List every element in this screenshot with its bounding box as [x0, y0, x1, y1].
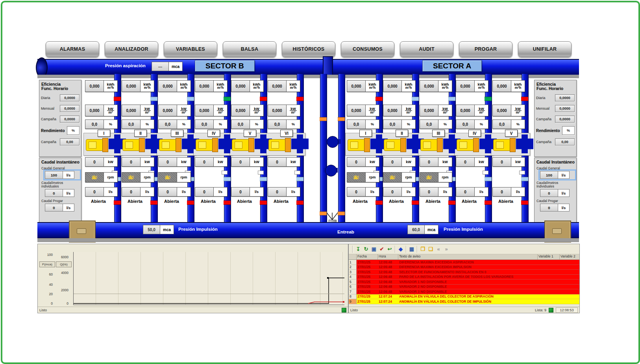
flow-value[interactable]: 0 [347, 187, 366, 197]
power-box[interactable]: 0 kW [420, 157, 452, 167]
specific-power-value[interactable]: 0,000 [347, 105, 366, 116]
nav-button[interactable]: AUDIT [400, 41, 453, 57]
motor-icon[interactable] [86, 139, 103, 151]
nav-button[interactable]: BALSA [223, 41, 276, 57]
specific-power-value[interactable]: 0,000 [420, 105, 438, 116]
filter-icon[interactable]: ◆ [397, 245, 405, 253]
pump-number-tag[interactable]: V [505, 130, 518, 137]
alarm-row[interactable]: 5 27/01/25 12:06:48 VARIADOR 1 NO DISPON… [349, 279, 579, 285]
specific-energy-box[interactable]: 0,000 kWhm³h [420, 80, 452, 92]
col-hora[interactable]: Hora [378, 254, 398, 259]
return-icon[interactable]: ↩ [386, 245, 394, 253]
note-icon[interactable]: ❏ [427, 245, 435, 253]
nav-button[interactable]: VARIABLES [164, 41, 217, 57]
col-variable2[interactable]: Variable 2 [560, 254, 579, 259]
refresh-icon[interactable]: ↻ [362, 245, 370, 253]
alarm-row-number[interactable]: 1 [349, 260, 357, 265]
flow-box[interactable]: 0 l/s [347, 187, 379, 197]
power-value[interactable]: 0 [456, 157, 475, 167]
alarm-row[interactable]: 7 27/01/25 12:06:48 VARIADOR 3 NO DISPON… [349, 289, 579, 294]
impulsion-pressure-box-left[interactable]: 50,0 mca [143, 225, 174, 234]
motor-icon[interactable] [348, 139, 365, 151]
specific-power-box[interactable]: 0,000 kWm² [383, 105, 416, 116]
power-box[interactable]: 0 kW [347, 157, 379, 167]
alarm-row-number[interactable]: 7 [349, 289, 357, 294]
impulsion-pressure-value[interactable]: 60,0 [407, 225, 425, 234]
motor-icon[interactable] [196, 139, 213, 151]
speed-value[interactable]: 0,0 [347, 172, 366, 182]
shutoff-valve-icon[interactable] [327, 136, 338, 148]
suction-pressure-value[interactable]: --- [152, 62, 169, 71]
percent-box[interactable]: 0,0 % [347, 119, 379, 129]
p-axis-label[interactable]: P(mca) [39, 261, 55, 267]
acknowledge-icon[interactable]: ✔ [378, 245, 386, 253]
trend-plot-area[interactable] [73, 252, 344, 305]
col-texto[interactable]: Texto de aviso [398, 254, 538, 259]
percent-box[interactable]: 0,0 % [492, 119, 525, 129]
pump-number-tag[interactable]: I [359, 130, 372, 137]
alarm-row[interactable]: 8 27/01/25 12:07:24 ANOMALÍA EN VÁLVULA … [349, 294, 579, 300]
pump-number-tag[interactable]: VI [280, 130, 293, 137]
specific-energy-box[interactable]: 0,000 kWhm³h [492, 80, 525, 92]
q-axis-label[interactable]: Q(l/s) [56, 261, 72, 267]
shutoff-valve-icon[interactable] [325, 165, 337, 176]
suction-pressure-box[interactable]: --- mca [152, 62, 183, 71]
alarm-row-number[interactable]: 8 [349, 294, 357, 300]
specific-energy-value[interactable]: 0,000 [347, 80, 366, 92]
next-page-icon[interactable]: » [442, 245, 450, 253]
percent-box[interactable]: 0,0 % [420, 119, 452, 129]
percent-box[interactable]: 0,0 % [456, 119, 488, 129]
speed-box[interactable]: 0,0 rpm [383, 172, 416, 182]
nav-button[interactable]: CONSUMOS [341, 41, 394, 57]
motor-icon[interactable] [493, 139, 511, 151]
impulsion-pressure-box-right[interactable]: 60,0 mca [407, 225, 438, 234]
pump-number-tag[interactable]: I [98, 130, 110, 137]
power-value[interactable]: 0 [492, 157, 511, 167]
col-variable1[interactable]: Variable 1 [538, 254, 560, 259]
alarm-row[interactable]: 1 27/01/25 12:05:48 DIFERENCIA MAXIMA EX… [349, 260, 579, 265]
specific-energy-box[interactable]: 0,000 kWhm³h [383, 80, 416, 92]
specific-power-value[interactable]: 0,000 [456, 105, 475, 116]
pump-number-tag[interactable]: V [244, 130, 256, 137]
alarm-row-number[interactable]: 4 [349, 275, 357, 280]
alarm-row-number[interactable]: 5 [349, 279, 357, 285]
specific-power-box[interactable]: 0,000 kWm² [456, 105, 488, 116]
flow-box[interactable]: 0 l/s [492, 187, 525, 197]
pump-number-tag[interactable]: IV [207, 130, 220, 137]
percent-value[interactable]: 0,0 [383, 119, 402, 129]
power-value[interactable]: 0 [420, 157, 438, 167]
nav-button[interactable]: ALARMAS [46, 41, 99, 57]
motor-icon[interactable] [457, 139, 474, 151]
air-valve-icon[interactable] [325, 212, 339, 221]
export-icon[interactable]: ↧ [354, 245, 362, 253]
specific-power-value[interactable]: 0,000 [383, 105, 402, 116]
specific-energy-value[interactable]: 0,000 [420, 80, 438, 92]
speed-value[interactable]: 0,0 [383, 172, 402, 182]
percent-value[interactable]: 0,0 [492, 119, 511, 129]
flow-box[interactable]: 0 l/s [383, 187, 416, 197]
motor-icon[interactable] [159, 139, 176, 151]
specific-power-value[interactable]: 0,000 [492, 105, 511, 116]
alarm-row-number[interactable]: 3 [349, 270, 357, 275]
impulsion-pressure-value[interactable]: 50,0 [143, 225, 160, 234]
percent-value[interactable]: 0,0 [347, 119, 366, 129]
flow-box[interactable]: 0 l/s [456, 187, 488, 197]
power-box[interactable]: 0 kW [492, 157, 525, 167]
pump-number-tag[interactable]: III [171, 130, 183, 137]
flow-value[interactable]: 0 [420, 187, 438, 197]
flow-value[interactable]: 0 [383, 187, 402, 197]
motor-icon[interactable] [384, 139, 401, 151]
percent-value[interactable]: 0,0 [420, 119, 438, 129]
stats-icon[interactable]: ▦ [408, 245, 416, 253]
power-value[interactable]: 0 [383, 157, 402, 167]
specific-energy-box[interactable]: 0,000 kWhm³h [347, 80, 379, 92]
flow-value[interactable]: 0 [456, 187, 475, 197]
prev-page-icon[interactable]: « [435, 245, 442, 253]
nav-button[interactable]: PROGAR [459, 41, 512, 57]
power-value[interactable]: 0 [347, 157, 366, 167]
speed-value[interactable]: 0,0 [420, 172, 438, 182]
alarm-row[interactable]: 4 27/01/25 12:06:48 PARO DE LA INSTALACI… [349, 275, 579, 280]
alarm-row[interactable]: 9 27/01/25 12:07:24 ANOMALÍA EN VÁLVULA … [349, 299, 579, 304]
speed-box[interactable]: 0,0 rpm [420, 172, 452, 182]
motor-icon[interactable] [232, 139, 249, 151]
